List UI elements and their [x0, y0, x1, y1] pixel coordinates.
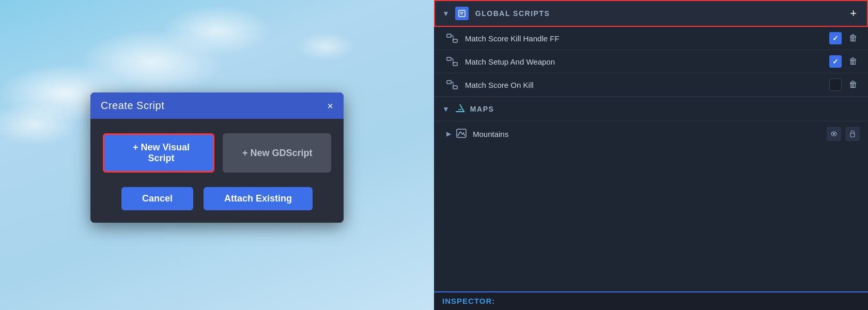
global-scripts-chevron[interactable]: ▼ — [442, 9, 450, 18]
inspector-bar: INSPECTOR: — [434, 291, 868, 310]
eye-icon — [830, 131, 838, 137]
dialog-overlay: Create Script × + New Visual Script + Ne… — [90, 92, 344, 223]
lock-icon — [849, 130, 856, 137]
delete-script-button[interactable]: 🗑 — [847, 79, 860, 91]
svg-rect-7 — [447, 57, 451, 60]
list-item: ▶ Mountains — [434, 121, 868, 146]
left-panel: Create Script × + New Visual Script + Ne… — [0, 0, 434, 310]
script-icon-blue — [455, 7, 469, 20]
maps-title: MAPS — [470, 105, 860, 113]
mountains-chevron[interactable]: ▶ — [446, 130, 451, 137]
create-script-dialog: Create Script × + New Visual Script + Ne… — [90, 92, 344, 223]
maps-chevron[interactable]: ▼ — [442, 105, 450, 113]
mountains-lock-button[interactable] — [845, 127, 860, 141]
script-enable-checkbox[interactable]: ✓ — [829, 55, 842, 68]
node-icon-svg — [446, 34, 458, 43]
script-name: Match Score On Kill — [465, 81, 829, 89]
maps-svg-icon — [455, 103, 465, 113]
global-scripts-header: ▼ GLOBAL SCRIPTS + — [434, 0, 868, 27]
svg-rect-19 — [850, 133, 855, 137]
node-icon-svg — [446, 80, 458, 89]
maps-header: ▼ MAPS — [434, 97, 868, 121]
script-name: Match Setup And Weapon — [465, 57, 829, 66]
delete-script-button[interactable]: 🗑 — [847, 55, 860, 68]
dialog-close-button[interactable]: × — [327, 101, 333, 111]
script-list: Match Score Kill Handle FF ✓ 🗑 Match Set… — [434, 27, 868, 97]
inspector-title: INSPECTOR: — [442, 297, 495, 305]
mountains-visibility-button[interactable] — [827, 127, 841, 141]
script-svg-icon — [458, 9, 466, 18]
mountains-svg-icon — [456, 129, 467, 138]
maps-triangle-icon — [455, 103, 465, 115]
new-visual-script-label: + New Visual Script — [124, 142, 198, 164]
svg-rect-4 — [453, 39, 457, 42]
right-panel-inner: ▼ GLOBAL SCRIPTS + — [434, 0, 868, 310]
node-connection-icon — [446, 57, 458, 66]
checkmark-icon: ✓ — [832, 34, 839, 42]
new-visual-script-button[interactable]: + New Visual Script — [103, 133, 214, 173]
svg-rect-3 — [447, 34, 451, 37]
checkmark-icon: ✓ — [832, 57, 839, 66]
maps-section: ▼ MAPS ▶ Mountains — [434, 97, 868, 146]
table-row: Match Setup And Weapon ✓ 🗑 — [434, 50, 868, 73]
global-scripts-icon — [455, 6, 469, 21]
mountains-icon — [456, 129, 467, 140]
attach-existing-button[interactable]: Attach Existing — [204, 187, 313, 210]
svg-rect-11 — [447, 81, 451, 84]
dialog-actions: Cancel Attach Existing — [103, 187, 331, 210]
svg-rect-8 — [453, 63, 457, 66]
add-global-script-button[interactable]: + — [847, 7, 860, 20]
dialog-header: Create Script × — [90, 92, 344, 119]
mountains-name: Mountains — [473, 130, 823, 138]
svg-rect-0 — [459, 10, 465, 17]
global-scripts-title: GLOBAL SCRIPTS — [475, 9, 847, 18]
table-row: Match Score Kill Handle FF ✓ 🗑 — [434, 27, 868, 50]
dialog-title: Create Script — [101, 100, 164, 112]
node-connection-icon — [446, 34, 458, 43]
script-enable-checkbox[interactable] — [829, 79, 842, 91]
svg-point-18 — [833, 133, 835, 135]
node-connection-icon — [446, 80, 458, 89]
new-gdscript-button[interactable]: + New GDScript — [223, 133, 331, 173]
right-panel: ▼ GLOBAL SCRIPTS + — [434, 0, 868, 310]
new-gdscript-label: + New GDScript — [242, 148, 313, 159]
delete-script-button[interactable]: 🗑 — [847, 32, 860, 44]
script-enable-checkbox[interactable]: ✓ — [829, 32, 842, 44]
table-row: Match Score On Kill 🗑 — [434, 73, 868, 97]
dialog-body: + New Visual Script + New GDScript Cance… — [90, 119, 344, 223]
node-icon-svg — [446, 57, 458, 66]
script-name: Match Score Kill Handle FF — [465, 34, 829, 43]
cancel-button[interactable]: Cancel — [121, 187, 193, 210]
script-type-buttons: + New Visual Script + New GDScript — [103, 133, 331, 173]
svg-rect-12 — [453, 86, 457, 89]
